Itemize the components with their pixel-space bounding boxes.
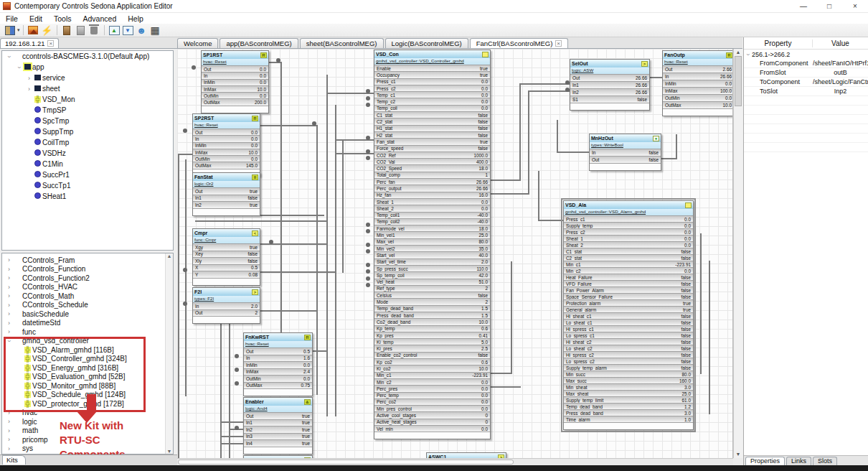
function-block-sp2rst[interactable]: SP2RSTRhvac::ResetOut0.0In0.0InMin0.0InM…	[192, 113, 260, 177]
tree-item-ccontrols-bascmeg-3-1-0-default-app-[interactable]: ›ccontrols-BASCMEG-3.1.0(Default App)	[2, 51, 173, 62]
tree-item-spctmp[interactable]: SpcTmp	[2, 116, 173, 126]
horizontal-scrollbar[interactable]	[177, 458, 733, 465]
kits-scrollbar[interactable]: ▲▼	[165, 253, 173, 454]
property-row[interactable]: FromSlotoutB	[744, 68, 868, 78]
horizontal-scroll-thumb[interactable]	[178, 460, 514, 465]
tab-kits[interactable]: Kits	[2, 455, 26, 465]
tree-item-ccontrols-math[interactable]: ›CControls_Math	[2, 292, 173, 301]
dropdown-caret-icon[interactable]: ▾	[17, 27, 20, 33]
chevron-down-icon[interactable]: ›	[745, 50, 752, 58]
download-icon[interactable]: ▼	[122, 24, 134, 37]
tree-item-tmpsp[interactable]: TmpSP	[2, 105, 173, 116]
chevron-collapsed-icon[interactable]: ›	[5, 256, 13, 264]
chevron-collapsed-icon[interactable]: ›	[25, 75, 33, 82]
chevron-expanded-icon[interactable]: ›	[16, 63, 23, 71]
tree-item-coiltmp[interactable]: CoilTmp	[2, 137, 173, 148]
tab-links[interactable]: Links	[786, 457, 811, 465]
tab-welcome[interactable]: Welcome	[177, 38, 218, 48]
chevron-collapsed-icon[interactable]: ›	[5, 266, 13, 273]
tree-item-succpr1[interactable]: SuccPr1	[2, 169, 173, 180]
maximize-button[interactable]: □	[816, 0, 842, 12]
tab-slots[interactable]: Slots	[813, 457, 837, 465]
chevron-collapsed-icon[interactable]: ›	[5, 418, 13, 425]
menu-advanced[interactable]: Advanced	[77, 14, 123, 23]
function-block-sp1rst[interactable]: SP1RSTRhvac::ResetOut0.0In0.0InMin0.0InM…	[201, 50, 269, 113]
function-block-vsd_con[interactable]: VSD_Congmhd_vsd_controller::VSD_Controll…	[374, 50, 491, 439]
chevron-collapsed-icon[interactable]: ›	[5, 427, 13, 434]
function-block-fanstat[interactable]: FanStatIIlogic::Or2OuttrueIn1falseIn2tru…	[192, 172, 260, 216]
tree-item-sheet[interactable]: ›sheet	[2, 83, 173, 94]
function-block-vsd_ala[interactable]: VSD_Alagmhd_vsd_controller::VSD_Alarm_gm…	[563, 200, 694, 430]
chevron-collapsed-icon[interactable]: ›	[5, 320, 13, 327]
tree-item-ccontrols-fram[interactable]: ›CControls_Fram	[2, 256, 173, 265]
tree-item-func[interactable]: ›func	[2, 327, 173, 337]
tree-item-service[interactable]: ›service	[2, 73, 173, 83]
copy-icon[interactable]	[61, 24, 73, 37]
tree-item-vsdhz[interactable]: VSDHz	[2, 148, 173, 159]
chevron-collapsed-icon[interactable]: ›	[5, 409, 13, 416]
property-row[interactable]: ToSlotInp2	[744, 87, 868, 96]
upload-icon[interactable]: ▲	[108, 24, 121, 37]
chevron-collapsed-icon[interactable]: ›	[5, 328, 13, 335]
function-block-enabler[interactable]: Enabler&logic::And4OuttrueIn1trueIn2true…	[243, 397, 313, 454]
tree-item-ccontrols-function[interactable]: ›CControls_Function	[2, 265, 173, 274]
close-button[interactable]: ×	[842, 0, 868, 12]
tab-properties[interactable]: Properties	[745, 457, 785, 465]
tree-item-gmhd-vsd-controller[interactable]: ›gmhd_vsd_controller	[2, 337, 173, 346]
function-block-mnhzout[interactable]: MnHzOut●types::WriteBoolInfalseOutfalse	[589, 134, 661, 171]
close-icon[interactable]: ×	[555, 40, 562, 47]
tab-logic-bascontrolmeg-[interactable]: Logic(BAScontrolMEG)	[385, 38, 468, 48]
scroll-up-icon[interactable]: ▲	[734, 49, 742, 56]
menu-help[interactable]: Help	[122, 14, 149, 23]
tab-app-bascontrolmeg-[interactable]: app(BAScontrolMEG)	[220, 38, 298, 48]
function-block-fnkwrst[interactable]: FnKwRSTRhvac::ResetOut0.5In1.6InMin0.0In…	[243, 332, 313, 396]
minimize-button[interactable]: —	[791, 0, 816, 12]
close-icon[interactable]: ×	[47, 40, 54, 47]
function-block-cmpr[interactable]: Cmpr<func::CmprXgytrueXeyfalseXlyfalseX0…	[192, 228, 260, 286]
grid-icon[interactable]: ▦	[149, 24, 161, 37]
tree-item-supptmp[interactable]: SuppTmp	[2, 126, 173, 137]
tree-item-succtp1[interactable]: SuccTp1	[2, 180, 173, 191]
tree-item-ccontrols-function2[interactable]: ›CControls_Function2	[2, 274, 173, 283]
property-row[interactable]: FromComponent/sheet/FanIO/HtPrf1	[744, 59, 868, 68]
chevron-collapsed-icon[interactable]: ›	[5, 445, 13, 452]
user-icon[interactable]: ☻	[136, 24, 148, 37]
connection-tab[interactable]: 192.168.1.21 ×	[0, 38, 59, 48]
tree-item-vsd-controller-gmhd-324b-[interactable]: ╬VSD_Controller_gmhd [324B]	[2, 355, 173, 364]
vertical-scrollbar[interactable]: ▲ ▼	[733, 49, 742, 458]
delete-icon[interactable]	[88, 24, 100, 37]
tree-item-vsd-monitor-gmhd-88b-[interactable]: ╬VSD_Monitor_gmhd [88B]	[2, 381, 173, 391]
chevron-collapsed-icon[interactable]: ›	[5, 302, 13, 309]
chevron-collapsed-icon[interactable]: ›	[5, 292, 13, 299]
menu-tools[interactable]: Tools	[48, 14, 77, 23]
function-block-fanoutp[interactable]: FanOutpRhvac::ResetOut2.66In26.66InMin0.…	[662, 50, 733, 116]
tree-item-basicschedule[interactable]: ›basicSchedule	[2, 309, 173, 319]
tree-item-ccontrols-hvac[interactable]: ›CControls_HVAC	[2, 283, 173, 292]
tree-item-app[interactable]: ›app	[2, 62, 173, 73]
chevron-collapsed-icon[interactable]: ›	[25, 85, 33, 93]
chevron-collapsed-icon[interactable]: ›	[5, 284, 13, 291]
chevron-collapsed-icon[interactable]: ›	[5, 436, 13, 443]
tree-item-datetimestd[interactable]: ›datetimeStd	[2, 319, 173, 328]
bolt-icon[interactable]: ⚡	[41, 24, 53, 37]
tree-item-vsd-mon[interactable]: ╬VSD_Mon	[2, 94, 173, 105]
chevron-expanded-icon[interactable]: ›	[6, 337, 13, 345]
function-block-selout[interactable]: SelOut>logic::ASWOut26.66In126.66In226.6…	[570, 59, 650, 111]
tree-item-c1min[interactable]: C1Min	[2, 159, 173, 169]
wire-sheet[interactable]: SP1RSTRhvac::ResetOut0.0In0.0InMin0.0InM…	[177, 49, 733, 458]
property-row[interactable]: ToComponent/sheet/Logic/FanCtrl/S...	[744, 78, 868, 87]
link-row[interactable]: › 256.1->266.2	[744, 50, 868, 59]
tree-item-ccontrols-schedule[interactable]: ›CControls_Schedule	[2, 301, 173, 310]
chevron-collapsed-icon[interactable]: ›	[5, 274, 13, 281]
panel-layout-icon[interactable]	[4, 24, 16, 37]
chevron-expanded-icon[interactable]: ›	[6, 52, 13, 60]
image-icon[interactable]	[27, 24, 39, 37]
tree-item-vsd-alarm-gmhd-116b-[interactable]: ╬VSD_Alarm_gmhd [116B]	[2, 345, 173, 355]
paste-icon[interactable]	[75, 24, 87, 37]
function-block-f2i[interactable]: F2I>types::F2IIn2.0Out2	[192, 287, 260, 324]
tree-item-vsd-evaluation-gmhd-52b-[interactable]: ╬VSD_Evaluation_gmhd [52B]	[2, 373, 173, 382]
tab-sheet-bascontrolmeg-[interactable]: sheet(BAScontrolMEG)	[300, 38, 384, 48]
function-block-aswc1[interactable]: ASWC1>	[426, 452, 506, 458]
tree-item-vsd-energy-gmhd-316b-[interactable]: ╬VSD_Energy_gmhd [316B]	[2, 363, 173, 373]
tab-fanctrl-bascontrolmeg-[interactable]: FanCtrl(BAScontrolMEG)×	[470, 38, 568, 48]
